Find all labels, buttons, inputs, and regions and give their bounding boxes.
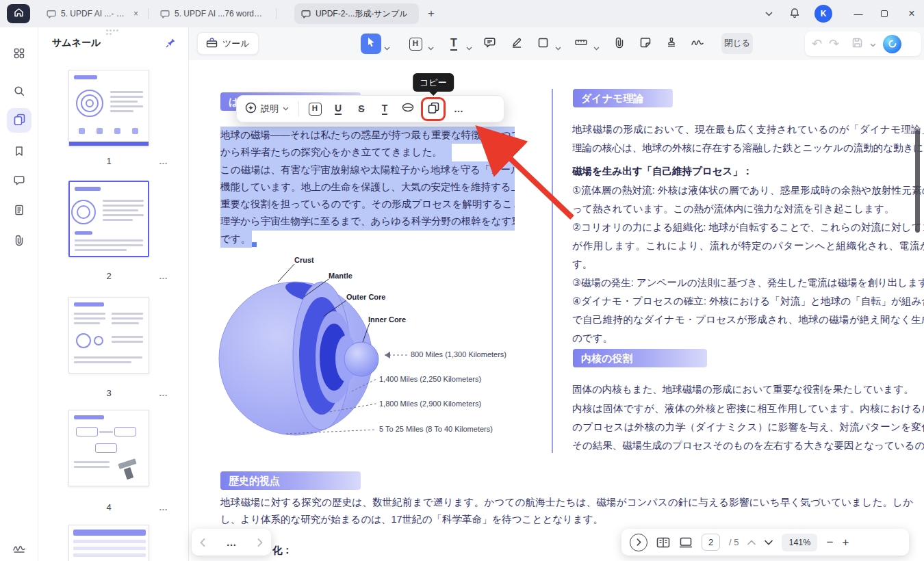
search-button[interactable] [8, 81, 30, 103]
history-paragraph: 地球磁場に対する探究の歴史は、数世紀前まで遡ります。かつての航海士たちは、磁場が… [220, 494, 913, 528]
page-notes-button[interactable] [8, 200, 30, 222]
page-thumbnail-1[interactable] [68, 70, 149, 146]
next-page-chevron[interactable] [765, 540, 773, 545]
close-tools-button[interactable]: 閉じる [721, 33, 753, 54]
text-tool-dropdown[interactable] [466, 41, 472, 53]
text-markup-button[interactable]: T [374, 99, 395, 119]
squiggly-underline-button[interactable] [398, 99, 418, 119]
shape-tool[interactable] [532, 34, 553, 54]
signature-tool[interactable] [687, 34, 708, 54]
strikethrough-button[interactable]: S [351, 99, 372, 119]
sticker-tool[interactable] [635, 34, 656, 54]
shape-tool-dropdown[interactable] [555, 41, 561, 53]
save-button[interactable] [851, 37, 863, 51]
pen-tool[interactable] [506, 34, 527, 54]
page-layout-button[interactable] [656, 537, 670, 548]
dynamo-item: ①流体層の熱対流: 外核は液体状の層であり、惑星形成時の余熱や放射性元素の崩壊熱… [572, 181, 924, 218]
stamp-tool[interactable] [661, 34, 682, 54]
updf-window: 5. UPDF AI ...- 976 words × 5. UPDF AI .… [0, 0, 924, 561]
select-tool-dropdown[interactable] [384, 41, 390, 53]
next-page-button[interactable] [257, 538, 263, 547]
tab-close-icon[interactable]: × [133, 9, 138, 18]
redo-button[interactable]: ↷ [829, 38, 839, 50]
ai-explain-button[interactable]: 説明 [245, 102, 289, 116]
page-number-input[interactable]: 2 [702, 534, 720, 551]
auto-scroll-button[interactable] [630, 534, 647, 551]
panel-drag-handle[interactable] [106, 29, 121, 35]
page-menu-button[interactable]: … [159, 388, 168, 398]
toolbar-separator [298, 101, 299, 116]
attachments-button[interactable] [8, 231, 30, 252]
home-button[interactable] [7, 4, 30, 23]
stamp-icon [666, 37, 677, 51]
ruler-icon [575, 38, 587, 50]
nav-more-button[interactable]: … [227, 536, 237, 548]
bookmarks-button[interactable] [8, 142, 30, 164]
page-total-label: / 5 [729, 537, 739, 547]
highlight-button[interactable]: H [305, 99, 325, 119]
previous-page-button[interactable] [200, 538, 205, 547]
comments-button[interactable] [8, 170, 30, 192]
page-menu-button[interactable]: … [159, 271, 168, 281]
underline-button[interactable]: U [328, 99, 348, 119]
add-tab-button[interactable]: + [422, 0, 441, 27]
updf-ai-button[interactable] [883, 35, 901, 53]
chat-bubble-icon [47, 10, 56, 18]
highlight-tool[interactable]: H [405, 34, 426, 54]
page-menu-button[interactable]: … [159, 156, 168, 166]
notifications-button[interactable] [784, 0, 805, 27]
save-dropdown[interactable] [870, 38, 876, 50]
zoom-level[interactable]: 141% [782, 534, 817, 551]
tab-label: 5. UPDF AI ...76 words_ja [175, 9, 264, 18]
tab-document-1[interactable]: 5. UPDF AI ...- 976 words × [40, 3, 145, 24]
zoom-out-button[interactable]: − [826, 536, 833, 549]
thumbnail-panel: サムネール 1 … [38, 27, 189, 561]
highlight-tool-dropdown[interactable] [428, 41, 434, 53]
previous-page-chevron[interactable] [747, 540, 756, 545]
window-minimize-button[interactable]: — [846, 0, 871, 27]
zoom-in-button[interactable]: + [842, 536, 849, 549]
tabs-dropdown-button[interactable] [758, 0, 779, 27]
comment-icon [484, 37, 496, 51]
measure-tool-dropdown[interactable] [593, 41, 600, 53]
titlebar: 5. UPDF AI ...- 976 words × 5. UPDF AI .… [0, 0, 924, 27]
squiggly-underline-icon [402, 103, 414, 115]
search-icon [14, 86, 25, 99]
ai-explain-icon [245, 102, 257, 116]
signature-panel-button[interactable] [8, 539, 30, 561]
pin-panel-button[interactable] [166, 38, 176, 51]
window-close-button[interactable]: × [899, 0, 924, 27]
page-thumbnail-4[interactable] [68, 410, 149, 486]
comment-tool[interactable] [479, 34, 500, 54]
comment-icon [14, 175, 25, 188]
section-heading-inner-core: 内核の役割 [573, 349, 707, 367]
dynamo-process-list: ①流体層の熱対流: 外核は液体状の層であり、惑星形成時の余熱や放射性元素の崩壊熱… [572, 181, 924, 348]
page-number: 4 [68, 502, 149, 512]
tab-document-2[interactable]: 5. UPDF AI ...76 words_ja [153, 3, 271, 24]
attach-file-tool[interactable] [609, 34, 630, 54]
measurement-inner-core: 800 Miles (1,300 Kilometers) [411, 350, 506, 358]
page-number: 1 [68, 156, 149, 166]
selection-end-handle[interactable] [252, 242, 257, 247]
page-thumbnail-5[interactable] [68, 525, 149, 561]
vertical-scrollbar[interactable] [915, 130, 920, 233]
view-controls-bar: 2 / 5 141% − + [621, 529, 909, 556]
text-tool[interactable]: T [444, 34, 464, 54]
page-thumbnails-button-active[interactable] [7, 108, 31, 133]
reading-mode-button[interactable] [679, 537, 693, 548]
tools-button-label: ツール [222, 38, 250, 50]
tab-document-3-active[interactable]: UPDF-2-...形成-サンプル [294, 3, 419, 24]
undo-button[interactable]: ↶ [812, 38, 822, 50]
page-menu-button[interactable]: … [159, 502, 168, 512]
select-tool-active[interactable] [361, 34, 381, 54]
window-maximize-button[interactable] [872, 0, 897, 27]
page-thumbnail-3[interactable] [68, 297, 149, 374]
copy-button-highlighted[interactable]: コピー [421, 97, 446, 121]
more-options-button[interactable]: … [448, 99, 469, 119]
apps-grid-button[interactable] [8, 42, 30, 64]
tools-button[interactable]: ツール [197, 32, 259, 55]
page-thumbnail-2-current[interactable] [68, 181, 149, 257]
close-tools-label: 閉じる [724, 38, 750, 49]
measure-tool[interactable] [571, 34, 591, 54]
account-avatar[interactable]: K [814, 5, 832, 23]
